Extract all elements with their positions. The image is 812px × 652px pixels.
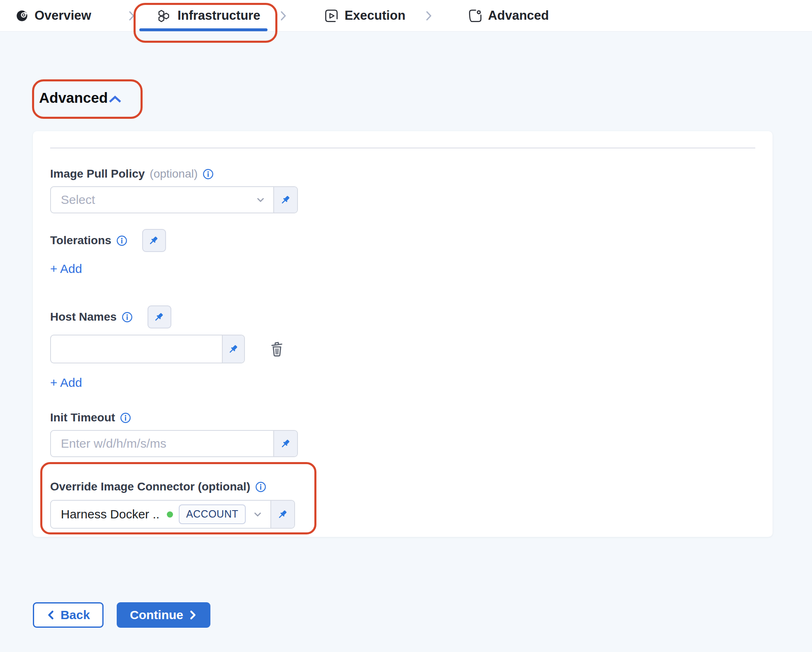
active-tab-underline <box>139 28 268 31</box>
chevron-right-icon <box>189 610 197 620</box>
pin-runtime-input-button[interactable] <box>270 501 294 528</box>
host-names-label: Host Names <box>50 310 117 324</box>
tab-execution-label: Execution <box>344 8 405 23</box>
tolerations-label: Tolerations <box>50 234 111 247</box>
override-connector-value: Harness Docker ... <box>61 507 159 521</box>
host-name-input-group <box>50 335 245 363</box>
delete-host-name-button[interactable] <box>270 340 284 358</box>
pin-icon <box>280 438 291 449</box>
tab-advanced[interactable]: Advanced <box>468 0 549 31</box>
override-connector-select[interactable]: Harness Docker ... ACCOUNT <box>51 501 270 528</box>
info-icon[interactable] <box>122 312 133 323</box>
infrastructure-icon <box>157 9 171 23</box>
pin-icon <box>148 235 159 246</box>
info-icon[interactable] <box>203 169 214 180</box>
advanced-section-title: Advanced <box>39 90 108 106</box>
overview-icon <box>16 9 28 22</box>
override-connector-select-group: Harness Docker ... ACCOUNT <box>50 500 295 529</box>
tolerations-label-row: Tolerations <box>50 229 755 252</box>
image-pull-policy-placeholder: Select <box>61 193 95 207</box>
pin-runtime-input-button[interactable] <box>148 305 171 328</box>
init-timeout-input[interactable] <box>51 431 273 456</box>
chevron-right-icon <box>127 10 136 21</box>
info-icon[interactable] <box>255 481 266 492</box>
back-button[interactable]: Back <box>33 602 104 628</box>
tab-infrastructure-label: Infrastructure <box>178 8 261 23</box>
trash-icon <box>270 340 284 358</box>
stage-stepper-nav: Overview Infrastructure Execution <box>0 0 812 32</box>
continue-button-label: Continue <box>130 608 183 622</box>
continue-button[interactable]: Continue <box>117 602 210 628</box>
init-timeout-label-row: Init Timeout <box>50 411 755 424</box>
image-pull-policy-label-row: Image Pull Policy (optional) <box>50 167 755 180</box>
image-pull-policy-optional: (optional) <box>150 167 198 180</box>
host-names-label-row: Host Names <box>50 305 755 328</box>
pin-icon <box>280 194 291 206</box>
init-timeout-input-group <box>50 430 298 457</box>
chevron-right-icon <box>424 10 433 21</box>
tab-overview-label: Overview <box>35 8 91 23</box>
tolerations-add-button[interactable]: + Add <box>50 262 82 276</box>
image-pull-policy-select[interactable]: Select <box>51 187 273 213</box>
advanced-settings-card: Image Pull Policy (optional) Select <box>33 131 773 537</box>
tab-overview[interactable]: Overview <box>16 0 91 31</box>
chevron-left-icon <box>46 610 55 620</box>
pin-runtime-input-button[interactable] <box>142 229 166 252</box>
back-button-label: Back <box>60 608 90 622</box>
tab-advanced-label: Advanced <box>488 8 549 23</box>
image-pull-policy-select-group: Select <box>50 186 298 213</box>
host-names-add-button[interactable]: + Add <box>50 376 82 390</box>
host-name-input[interactable] <box>51 335 222 363</box>
pin-icon <box>228 344 239 355</box>
init-timeout-label: Init Timeout <box>50 411 115 424</box>
pin-runtime-input-button[interactable] <box>222 335 244 363</box>
tab-infrastructure[interactable]: Infrastructure <box>157 0 261 31</box>
advanced-tab-icon <box>468 9 482 23</box>
info-icon[interactable] <box>116 235 127 246</box>
override-connector-label: Override Image Connector (optional) <box>50 480 250 493</box>
override-connector-label-row: Override Image Connector (optional) <box>50 480 338 493</box>
wizard-footer: Back Continue <box>33 602 812 628</box>
image-pull-policy-label: Image Pull Policy <box>50 167 145 180</box>
pin-runtime-input-button[interactable] <box>273 187 297 213</box>
tab-execution[interactable]: Execution <box>325 0 405 31</box>
pin-runtime-input-button[interactable] <box>273 431 297 456</box>
execution-icon <box>325 9 338 23</box>
info-icon[interactable] <box>120 412 131 423</box>
annotation-circle-advanced-heading: Advanced <box>32 79 143 119</box>
connector-status-dot <box>167 511 173 518</box>
pin-icon <box>154 312 165 323</box>
chevron-right-icon <box>279 10 288 21</box>
chevron-down-icon <box>252 509 263 520</box>
override-image-connector-field: Override Image Connector (optional) Harn… <box>50 480 338 529</box>
card-top-divider <box>50 148 755 148</box>
chevron-down-icon <box>255 194 266 205</box>
pin-icon <box>277 509 288 520</box>
connector-scope-badge: ACCOUNT <box>179 504 246 524</box>
collapse-chevron-up-icon[interactable] <box>108 95 122 104</box>
